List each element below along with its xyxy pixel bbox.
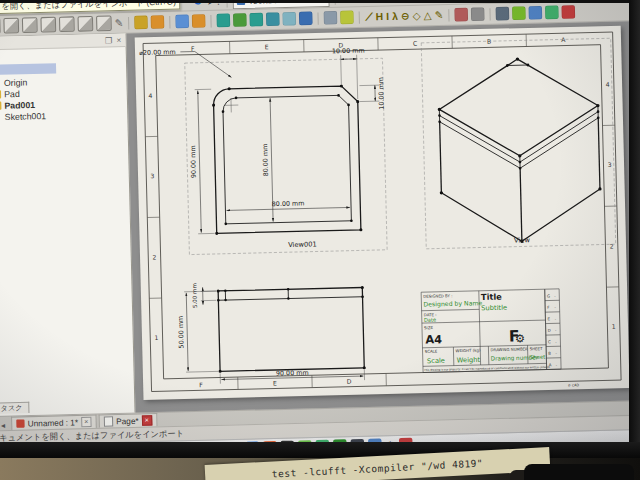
paper-note-text: test -lcufft -Xcompiler "/wd 4819" [272,457,484,479]
sheet-value[interactable]: Sheet [530,354,546,360]
dim-step-5[interactable]: 5.00 mm [191,283,216,309]
tab-close-icon[interactable]: × [142,415,153,426]
techdraw-rich-annotation-icon[interactable] [471,7,485,21]
dim-width-80[interactable]: 80.00 mm [226,198,350,210]
scale-label: SCALE [425,349,438,354]
subtitle-value[interactable]: Subtitle [481,304,507,313]
view-iso-label[interactable]: View [514,236,531,244]
techdraw-redraw-icon[interactable] [176,15,190,29]
view-front-icon[interactable] [3,18,19,34]
dimension-radius-icon[interactable]: ⊖ [401,9,410,23]
freecad-logo: F ⚙ [509,327,526,345]
view-isometric[interactable]: View [421,38,615,249]
techdraw-image-icon[interactable] [529,6,543,20]
designed-by-label: DESIGNED BY : [423,293,452,299]
dim-chamfer-width-10[interactable]: 10.00 mm [332,47,366,100]
frame-letter: C [413,40,417,47]
techdraw-detail-view-icon[interactable] [283,12,297,26]
workbench-selector[interactable]: TechDraw ▾ [232,2,329,9]
designed-by-value[interactable]: Designed by Name [423,299,482,308]
dimension-diameter-icon[interactable]: ◇ [413,9,421,23]
revision-letter: A [549,362,552,367]
techdraw-section-view-icon[interactable] [266,12,280,26]
techdraw-new-page-icon[interactable] [151,15,165,29]
dimension-length-icon[interactable]: ⟋ [365,10,373,24]
monitor-bezel-top [0,0,640,3]
title-value[interactable]: Title [481,292,502,303]
revision-dash: - [554,304,556,309]
tree-item-label: Pad001 [4,99,35,110]
techdraw-insert-view-icon[interactable] [217,14,231,28]
tab-close-icon[interactable]: × [81,417,92,428]
svg-text:10.00 mm: 10.00 mm [332,47,365,56]
techdraw-hatch-icon[interactable] [496,7,510,21]
techdraw-export-svg-icon[interactable] [562,5,576,19]
drawing-canvas[interactable]: F E D C B A F E D 4 3 2 1 [126,21,630,412]
techdraw-toggle-frames-icon[interactable] [545,6,559,20]
techdraw-clip-group-icon[interactable] [299,12,313,26]
main-area: ❐ × ⌖ Origin Pad [0,21,630,416]
panel-float-icon[interactable]: ❐ [105,35,113,44]
techdraw-print-icon[interactable] [192,14,206,28]
dimension-leader-icon[interactable]: ✎ [435,8,444,22]
model-tree-panel: ❐ × ⌖ Origin Pad [0,34,136,416]
tree-item-label: Pad [4,88,20,99]
view-isometric-icon[interactable] [0,18,1,34]
view-top-icon[interactable] [22,17,38,33]
dim-chamfer-height-10[interactable]: 10.00 mm [359,77,385,110]
revision-letter: B [548,351,551,356]
dimension-angle-icon[interactable]: λ [392,9,398,23]
separator [211,15,212,27]
fillet-center-mark [224,98,239,113]
techdraw-geometric-hatch-icon[interactable] [512,6,526,20]
dimension-vertical-icon[interactable]: I [386,10,389,23]
view001-label[interactable]: View001 [288,240,317,249]
svg-text:90.00 mm: 90.00 mm [189,145,198,178]
freecad-window: ントを開く、またはファイルをインポート (Ctrl+O) ⟳ ➤? TechDr… [0,2,630,444]
panel-close-icon[interactable]: × [116,35,121,44]
dim-width-90[interactable]: 90.00 mm [220,367,364,383]
frame-number: 1 [612,323,616,330]
techdraw-new-default-page-icon[interactable] [135,16,149,30]
techdraw-spreadsheet-view-icon[interactable] [324,11,338,25]
frame-number: 1 [154,334,158,341]
tree-item-label: Sketch001 [5,110,47,121]
view-right-icon[interactable] [40,17,56,33]
revision-letter: C [548,339,551,344]
tree-item-sketch001[interactable]: ✎ Sketch001 [0,108,127,123]
separator [490,8,491,20]
techdraw-projection-group-icon[interactable] [250,13,264,27]
tree-selected-row[interactable] [0,63,56,75]
date-value[interactable]: Date [424,317,436,323]
techdraw-draft-view-icon[interactable] [340,11,354,25]
view-left-icon[interactable] [96,15,112,31]
tab-scroll-left-icon[interactable]: ◂ [1,421,5,430]
view-bottom-icon[interactable] [77,16,93,32]
dim-height-90[interactable]: 90.00 mm [188,89,215,234]
size-value[interactable]: A4 [425,332,442,346]
measure-icon[interactable]: ✎ [115,16,124,30]
techdraw-annotation-icon[interactable] [455,8,469,22]
separator [318,12,319,24]
sketch-icon: ✎ [0,112,2,120]
frame-number: 4 [148,92,152,99]
techdraw-active-view-icon[interactable] [233,13,247,27]
view-rear-icon[interactable] [59,16,75,32]
dimension-extent-icon[interactable]: △ [424,9,432,23]
origin-icon: ⌖ [0,78,1,86]
dimension-horizontal-icon[interactable]: H [375,10,383,24]
view002-front-view[interactable]: 5.00 mm 50.00 mm [176,279,366,385]
frame-number: 3 [150,172,154,179]
scale-value[interactable]: Scale [427,357,445,365]
view001-top-view[interactable]: ⌀20.00 mm 10.00 mm [139,43,389,256]
drawing-sheet[interactable]: F E D C B A F E D 4 3 2 1 [135,26,630,400]
svg-text:90.00 mm: 90.00 mm [276,369,309,378]
separator [448,9,449,21]
revision-dash: - [555,328,557,333]
frame-letter: E [273,379,277,386]
tab-tasks[interactable]: タスク [0,402,29,414]
svg-text:80.00 mm: 80.00 mm [272,199,305,208]
monitor-bezel-right [629,0,640,446]
weight-value[interactable]: Weight [457,356,481,365]
frame-letter: F [199,381,203,388]
